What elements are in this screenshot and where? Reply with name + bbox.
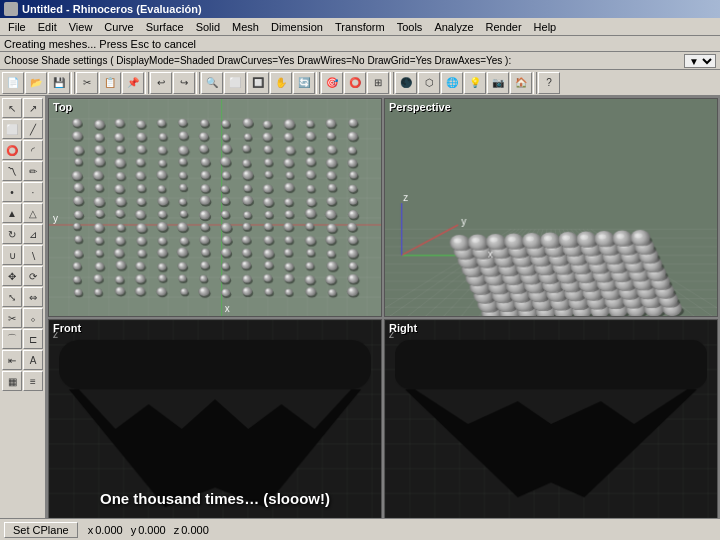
- settings-bar: Choose Shade settings ( DisplayMode=Shad…: [0, 52, 720, 70]
- canvas-top: [49, 99, 381, 316]
- toolbar-help[interactable]: ?: [538, 72, 560, 94]
- tool-row-6: ▲ △: [2, 203, 43, 223]
- viewport-front-label: Front: [53, 322, 81, 334]
- set-cplane-button[interactable]: Set CPlane: [4, 522, 78, 538]
- command-bar: Creating meshes... Press Esc to cancel: [0, 36, 720, 52]
- toolbar-paste[interactable]: 📌: [122, 72, 144, 94]
- toolbar-redo[interactable]: ↪: [173, 72, 195, 94]
- toolbar-camera[interactable]: 📷: [487, 72, 509, 94]
- tool-line[interactable]: ╱: [23, 119, 43, 139]
- menu-analyze[interactable]: Analyze: [428, 20, 479, 34]
- coord-y-label: y: [131, 524, 137, 536]
- viewport-top-label: Top: [53, 101, 72, 113]
- tool-row-7: ↻ ⊿: [2, 224, 43, 244]
- toolbar-zoom-ext[interactable]: ⬜: [224, 72, 246, 94]
- tool-row-11: ✂ ⬦: [2, 308, 43, 328]
- tool-row-8: ∪ ∖: [2, 245, 43, 265]
- toolbar-render-btn[interactable]: 🌐: [441, 72, 463, 94]
- toolbar-osnap[interactable]: ⭕: [344, 72, 366, 94]
- toolbar-light[interactable]: 💡: [464, 72, 486, 94]
- menu-curve[interactable]: Curve: [98, 20, 139, 34]
- tool-text[interactable]: A: [23, 350, 43, 370]
- toolbar-new[interactable]: 📄: [2, 72, 24, 94]
- menu-mesh[interactable]: Mesh: [226, 20, 265, 34]
- coord-z-label: z: [174, 524, 180, 536]
- toolbar-shaded[interactable]: 🌑: [395, 72, 417, 94]
- tool-layer[interactable]: ≡: [23, 371, 43, 391]
- tool-circle[interactable]: ⭕: [2, 140, 22, 160]
- settings-dropdown[interactable]: ▼: [684, 54, 716, 68]
- settings-text: Choose Shade settings ( DisplayMode=Shad…: [4, 55, 684, 66]
- toolbar-copy[interactable]: 📋: [99, 72, 121, 94]
- viewport-top[interactable]: Top: [48, 98, 382, 317]
- toolbar-wire[interactable]: ⬡: [418, 72, 440, 94]
- toolbar-save[interactable]: 💾: [48, 72, 70, 94]
- menu-view[interactable]: View: [63, 20, 99, 34]
- canvas-perspective: [385, 99, 717, 316]
- tool-select-alt[interactable]: ↗: [23, 98, 43, 118]
- tool-row-3: ⭕ ◜: [2, 140, 43, 160]
- tool-dim[interactable]: ⇤: [2, 350, 22, 370]
- tool-extrude2[interactable]: △: [23, 203, 43, 223]
- left-toolbar: ↖ ↗ ⬜ ╱ ⭕ ◜ 〽 ✏ • · ▲ △ ↻ ⊿ ∪ ∖: [0, 96, 46, 540]
- tool-scale[interactable]: ⤡: [2, 287, 22, 307]
- tool-hatch[interactable]: ▦: [2, 371, 22, 391]
- tool-offset[interactable]: ⊏: [23, 329, 43, 349]
- toolbar-home[interactable]: 🏠: [510, 72, 532, 94]
- tool-pt2[interactable]: ·: [23, 182, 43, 202]
- viewport-perspective-label: Perspective: [389, 101, 451, 113]
- toolbar-sep-1: [71, 72, 75, 94]
- toolbar-row: 📄 📂 💾 ✂ 📋 📌 ↩ ↪ 🔍 ⬜ 🔲 ✋ 🔄 🎯 ⭕ ⊞ 🌑 ⬡ 🌐 💡 …: [0, 70, 720, 96]
- toolbar-pan[interactable]: ✋: [270, 72, 292, 94]
- toolbar-undo[interactable]: ↩: [150, 72, 172, 94]
- tool-select[interactable]: ↖: [2, 98, 22, 118]
- tool-arc[interactable]: ◜: [23, 140, 43, 160]
- viewport-perspective[interactable]: Perspective: [384, 98, 718, 317]
- overlay-message: One thousand times… (slooow!): [100, 490, 330, 507]
- tool-revolve[interactable]: ↻: [2, 224, 22, 244]
- tool-fillet[interactable]: ⌒: [2, 329, 22, 349]
- toolbar-open[interactable]: 📂: [25, 72, 47, 94]
- coord-label: x: [88, 524, 94, 536]
- tool-extrude[interactable]: ▲: [2, 203, 22, 223]
- viewport-right[interactable]: Right: [384, 319, 718, 538]
- menu-file[interactable]: File: [2, 20, 32, 34]
- tool-loft[interactable]: ⊿: [23, 224, 43, 244]
- window-title: Untitled - Rhinoceros (Evaluación): [22, 3, 202, 15]
- menu-dimension[interactable]: Dimension: [265, 20, 329, 34]
- menu-surface[interactable]: Surface: [140, 20, 190, 34]
- toolbar-sep-2: [145, 72, 149, 94]
- tool-split[interactable]: ⬦: [23, 308, 43, 328]
- tool-row-5: • ·: [2, 182, 43, 202]
- tool-mirror[interactable]: ⇔: [23, 287, 43, 307]
- viewport-right-label: Right: [389, 322, 417, 334]
- toolbar-zoom-sel[interactable]: 🔲: [247, 72, 269, 94]
- toolbar-rotate[interactable]: 🔄: [293, 72, 315, 94]
- viewport-front[interactable]: Front One thousand times… (slooow!): [48, 319, 382, 538]
- tool-boolean-union[interactable]: ∪: [2, 245, 22, 265]
- toolbar-sep-6: [533, 72, 537, 94]
- toolbar-zoom-in[interactable]: 🔍: [201, 72, 223, 94]
- command-text: Creating meshes... Press Esc to cancel: [4, 38, 196, 50]
- viewports: Top Perspective Front One thousand times…: [46, 96, 720, 540]
- tool-poly[interactable]: ⬜: [2, 119, 22, 139]
- tool-curve[interactable]: 〽: [2, 161, 22, 181]
- tool-move[interactable]: ✥: [2, 266, 22, 286]
- menu-tools[interactable]: Tools: [391, 20, 429, 34]
- menu-render[interactable]: Render: [480, 20, 528, 34]
- menu-help[interactable]: Help: [528, 20, 563, 34]
- tool-freehand[interactable]: ✏: [23, 161, 43, 181]
- tool-boolean-diff[interactable]: ∖: [23, 245, 43, 265]
- menu-edit[interactable]: Edit: [32, 20, 63, 34]
- toolbar-cut[interactable]: ✂: [76, 72, 98, 94]
- toolbar-snap[interactable]: 🎯: [321, 72, 343, 94]
- main-area: ↖ ↗ ⬜ ╱ ⭕ ◜ 〽 ✏ • · ▲ △ ↻ ⊿ ∪ ∖: [0, 96, 720, 540]
- coord-x: 0.000: [95, 524, 123, 536]
- menu-transform[interactable]: Transform: [329, 20, 391, 34]
- tool-point[interactable]: •: [2, 182, 22, 202]
- tool-trim[interactable]: ✂: [2, 308, 22, 328]
- tool-rotate3d[interactable]: ⟳: [23, 266, 43, 286]
- tool-row-14: ▦ ≡: [2, 371, 43, 391]
- menu-solid[interactable]: Solid: [190, 20, 226, 34]
- toolbar-grid[interactable]: ⊞: [367, 72, 389, 94]
